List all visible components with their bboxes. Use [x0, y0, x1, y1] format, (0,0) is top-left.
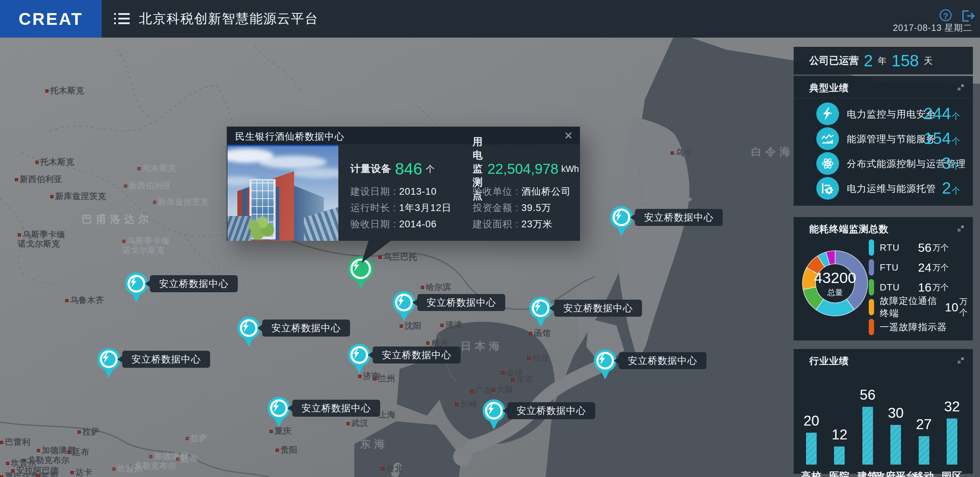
panel-title: 行业业绩 [809, 355, 849, 367]
marker-label-bubble[interactable]: 安立桥数据中心 [508, 402, 595, 419]
city-dot-icon [37, 474, 40, 477]
city-dot-icon [381, 467, 384, 471]
map-city-label: 沈阳 [400, 321, 422, 330]
bolt-icon [487, 404, 501, 417]
marker-label-bubble[interactable]: 安立桥数据中心 [262, 319, 350, 337]
legend-label: RTU [880, 242, 916, 253]
map-sea-label: 东海 [360, 437, 388, 451]
city-dot-icon [400, 324, 403, 328]
city-dot-icon [186, 437, 189, 440]
stat-unit: 个 [426, 163, 435, 175]
marker-label-bubble[interactable]: 安立桥数据中心 [150, 275, 238, 292]
bolt-icon [598, 354, 612, 367]
donut-slice[interactable] [835, 251, 868, 309]
help-icon[interactable]: ? [940, 9, 951, 21]
city-dot-icon [421, 286, 424, 289]
bar-category: 园区 [927, 469, 977, 477]
marker-label-bubble[interactable]: 安立桥数据中心 [417, 294, 505, 311]
map-city-label: 广岛 [471, 386, 493, 395]
legend-chip [869, 239, 874, 256]
meter-count-stat: 计量设备 846 个 [350, 154, 467, 183]
logo-text: CREAT [19, 9, 83, 29]
city-dot-icon [176, 458, 179, 461]
panel-title: 典型业绩 [809, 81, 849, 94]
popup-stats-col2: 用电监测点 22,504,978 kWh 验收单位 : 酒仙桥公司投资金额 : … [473, 154, 579, 232]
legend-value: 56 [918, 241, 931, 255]
popup-stats-col1: 计量设备 846 个 建设日期 : 2013-10运行时长 : 1年3月12日验… [350, 154, 467, 232]
header-date: 2017-08-13 星期二 [893, 22, 972, 34]
field-label: 验收单位 : [473, 186, 522, 197]
marker-label-bubble[interactable]: 安立桥数据中心 [122, 351, 210, 368]
map-pin[interactable] [237, 317, 260, 340]
map-city-label: 坎普尔 [112, 464, 143, 473]
industry-bar-chart[interactable]: 20高校12医院56建筑30政府平台27移动32园区 [794, 367, 973, 474]
legend-item: 故障定位通信终端10万个 [869, 299, 973, 315]
typical-performance-item[interactable]: 分布式能源控制与运营管理3个 [794, 152, 973, 176]
map-city-label: 哈尔滨 [421, 282, 451, 292]
industry-bar[interactable] [806, 433, 817, 464]
marker-label-bubble[interactable]: 安立桥数据中心 [619, 352, 706, 369]
city-dot-icon [426, 341, 430, 345]
city-dot-icon [37, 449, 40, 452]
field-label: 投资金额 : [473, 203, 522, 213]
expand-icon[interactable] [957, 225, 965, 233]
map-city-label: 贵阳 [276, 445, 298, 454]
operating-days-unit: 天 [924, 55, 932, 67]
map-city-label: 咸兴 [426, 338, 448, 347]
map-pin[interactable] [125, 272, 148, 295]
industry-bar[interactable] [890, 425, 901, 464]
map-pin[interactable] [594, 349, 616, 372]
perf-count: 3个 [942, 153, 960, 173]
logout-icon[interactable] [961, 10, 975, 24]
map-pin[interactable] [610, 206, 633, 229]
bolt-icon [130, 277, 143, 290]
marker-label-bubble[interactable]: 安立桥数据中心 [373, 346, 461, 364]
industry-bar[interactable] [834, 447, 845, 464]
map-city-label: 新库兹涅茨克 [50, 191, 106, 201]
terminal-donut-chart[interactable] [798, 246, 872, 321]
map-pin[interactable] [348, 344, 371, 366]
map-pin[interactable] [393, 291, 415, 314]
bar-value: 32 [931, 399, 973, 415]
city-dot-icon [6, 462, 9, 465]
expand-icon[interactable] [957, 84, 965, 91]
map-city-label: 仙台 [527, 353, 549, 362]
popup-field: 运行时长 : 1年3月12日 [350, 199, 467, 216]
map-pin[interactable] [97, 348, 120, 371]
city-dot-icon [270, 430, 273, 433]
marker-label-bubble[interactable]: 安立桥数据中心 [554, 300, 642, 317]
bar-value: 12 [818, 427, 861, 443]
logo[interactable]: CREAT [0, 0, 102, 38]
map-city-label: 托木斯克 [45, 86, 84, 95]
map-city-label: 托木斯克 [137, 163, 177, 173]
marker-label-bubble[interactable]: 安立桥数据中心 [292, 400, 380, 417]
map-pin[interactable] [482, 399, 505, 422]
map-pin[interactable] [529, 297, 552, 319]
map-sea-label: 巴甫洛达尔 [81, 212, 152, 227]
legend-unit: 万个 [959, 296, 973, 318]
map-pin[interactable] [267, 397, 290, 420]
map-city-label: 重庆 [270, 426, 291, 436]
menu-list-icon[interactable] [114, 12, 130, 26]
marker-label-bubble[interactable]: 安立桥数据中心 [635, 209, 723, 226]
typical-performance-item[interactable]: 电力监控与用电安全244个 [794, 102, 973, 127]
industry-bar[interactable] [947, 418, 957, 464]
industry-bar[interactable] [919, 436, 929, 464]
map-pin-selected[interactable] [348, 256, 374, 282]
city-dot-icon [0, 441, 3, 444]
city-dot-icon [112, 467, 116, 471]
typical-performance-item[interactable]: 电力运维与能源托管2个 [794, 176, 973, 201]
bolt-icon [242, 321, 255, 335]
city-dot-icon [374, 377, 377, 381]
typical-performance-item[interactable]: 能源管理与节能服务154个 [794, 127, 973, 152]
map-city-label: 新西伯利亚 [15, 174, 62, 184]
perf-label: 电力监控与用电安全 [847, 108, 936, 121]
close-icon[interactable]: ✕ [564, 129, 573, 142]
industry-bar[interactable] [862, 407, 873, 464]
panel-industry-performance: 行业业绩 20高校12医院56建筑30政府平台27移动32园区 [794, 349, 973, 474]
bar-value: 56 [846, 387, 889, 403]
expand-icon[interactable] [957, 357, 965, 365]
bolt-icon [102, 353, 116, 366]
field-value: 23万米 [522, 219, 553, 230]
map-city-label: 大阪 [492, 385, 514, 394]
